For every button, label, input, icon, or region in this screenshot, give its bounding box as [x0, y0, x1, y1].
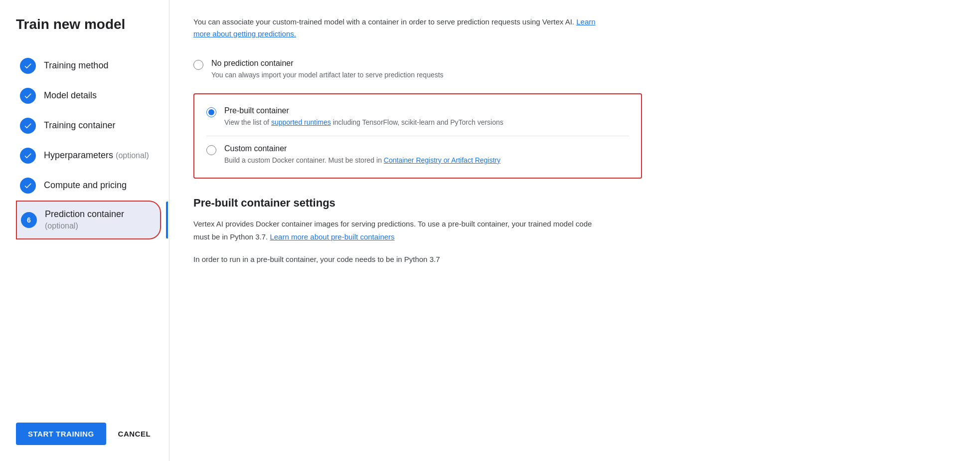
sidebar-item-training-container[interactable]: Training container — [16, 111, 161, 141]
settings-heading: Pre-built container settings — [193, 197, 956, 210]
main-content: You can associate your custom-trained mo… — [169, 0, 980, 461]
custom-container-radio[interactable] — [206, 145, 216, 155]
sidebar-actions: START TRAINING CANCEL — [16, 411, 169, 445]
sidebar-item-prediction-container[interactable]: 6 Prediction container (optional) — [16, 201, 161, 240]
check-icon-compute-pricing — [20, 178, 36, 194]
check-icon-model-details — [20, 88, 36, 104]
page-title: Train new model — [16, 16, 169, 33]
no-prediction-radio[interactable] — [193, 60, 203, 70]
custom-container-label: Custom container Build a custom Docker c… — [224, 144, 500, 166]
custom-container-option: Custom container Build a custom Docker c… — [194, 136, 641, 174]
settings-text-2: In order to run in a pre-built container… — [193, 253, 602, 266]
prebuilt-container-desc: View the list of supported runtimes incl… — [224, 117, 503, 128]
no-prediction-label: No prediction container You can always i… — [211, 59, 444, 80]
sidebar-item-training-method[interactable]: Training method — [16, 51, 161, 81]
prebuilt-container-label: Pre-built container View the list of sup… — [224, 106, 503, 128]
custom-container-title: Custom container — [224, 144, 500, 153]
sidebar-item-label-prediction-container: Prediction container (optional) — [45, 209, 124, 232]
prebuilt-container-option: Pre-built container View the list of sup… — [194, 98, 641, 136]
check-icon-training-container — [20, 118, 36, 134]
container-options-box: Pre-built container View the list of sup… — [193, 93, 642, 179]
sidebar-item-model-details[interactable]: Model details — [16, 81, 161, 111]
sidebar-item-hyperparameters[interactable]: Hyperparameters (optional) — [16, 141, 161, 171]
no-prediction-desc: You can always import your model artifac… — [211, 70, 444, 80]
sidebar-item-label-model-details: Model details — [44, 90, 97, 101]
main-description: You can associate your custom-trained mo… — [193, 16, 602, 40]
prebuilt-container-radio[interactable] — [206, 107, 216, 117]
start-training-button[interactable]: START TRAINING — [16, 423, 106, 445]
sidebar-item-label-training-container: Training container — [44, 120, 115, 131]
sidebar-item-compute-pricing[interactable]: Compute and pricing — [16, 171, 161, 201]
registry-link[interactable]: Container Registry or Artifact Registry — [384, 156, 500, 164]
custom-container-desc: Build a custom Docker container. Must be… — [224, 155, 500, 166]
sidebar-item-label-hyperparameters: Hyperparameters (optional) — [44, 150, 149, 161]
learn-more-prebuilt-link[interactable]: Learn more about pre-built containers — [270, 232, 394, 241]
cancel-button[interactable]: CANCEL — [118, 430, 151, 438]
nav-items: Training method Model details Training c… — [16, 51, 169, 411]
supported-runtimes-link[interactable]: supported runtimes — [271, 118, 331, 126]
sidebar-item-label-compute-pricing: Compute and pricing — [44, 180, 127, 191]
sidebar: Train new model Training method Model de… — [0, 0, 169, 461]
no-prediction-option: No prediction container You can always i… — [193, 54, 642, 85]
sidebar-item-label-training-method: Training method — [44, 60, 108, 71]
prebuilt-container-title: Pre-built container — [224, 106, 503, 115]
no-prediction-title: No prediction container — [211, 59, 444, 68]
check-icon-training-method — [20, 58, 36, 74]
check-icon-hyperparameters — [20, 148, 36, 164]
settings-text-1: Vertex AI provides Docker container imag… — [193, 218, 602, 243]
step-number-prediction-container: 6 — [21, 212, 37, 228]
